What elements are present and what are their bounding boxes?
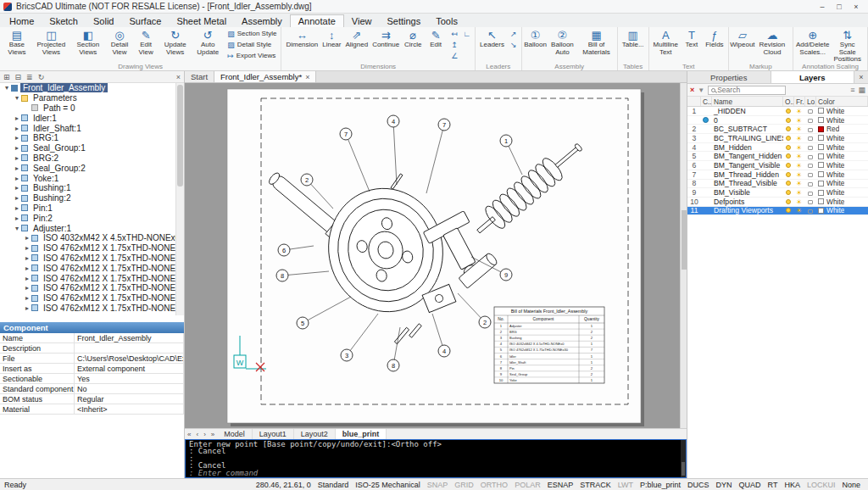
ribbon-button-text[interactable]: TText [681,28,703,49]
canvas-scrollbar[interactable] [680,83,687,428]
tree-expand-icon[interactable]: ▸ [13,214,21,222]
layer-on-icon[interactable] [783,188,794,197]
layer-color[interactable]: White [816,161,868,170]
layer-lock-icon[interactable] [805,188,816,198]
tree-item-pin-1[interactable]: ▸Pin:1 [0,203,176,214]
ribbon-button-multiline-text[interactable]: AMultiline Text [652,28,680,56]
ribbon-button-sync-scale-positions[interactable]: ⇅Sync Scale Positions [830,28,865,64]
status-toggle-rt[interactable]: RT [765,481,782,489]
property-value[interactable]: External component [75,364,184,373]
tree-item-parameters[interactable]: ▾Parameters [0,93,176,103]
tree-expand-icon[interactable]: ▸ [23,284,31,292]
layer-color[interactable]: White [816,206,868,214]
tree-item-front-idler-assembly[interactable]: ▾Front_Idler_Assembly [0,83,176,93]
menu-tab-solid[interactable]: Solid [86,15,121,27]
layer-search[interactable] [708,86,786,95]
tree-item-iso-4762xm12-x-1-75xthd-nonex30-1[interactable]: ▸ISO 4762xM12 X 1.75xTHD-NONEx30:1 [0,243,176,253]
ribbon-button-leader-align-icon[interactable]: ↘ [509,39,519,50]
layer-lock-icon[interactable] [805,115,816,125]
tree-expand-icon[interactable]: ▾ [13,225,21,232]
minimize-icon[interactable]: – [814,1,831,13]
property-value[interactable]: Front_Idler_Assembly [75,333,184,342]
layer-lock-icon[interactable] [805,106,816,115]
layer-lock-icon[interactable] [805,206,816,215]
layer-color[interactable]: White [816,143,868,152]
ribbon-button-detail-style[interactable]: ▨Detail Style [225,39,278,50]
layer-color[interactable]: White [816,198,868,206]
ribbon-button-revision-cloud[interactable]: ☁Revision Cloud [754,28,790,56]
tree-expand-icon[interactable]: ▸ [13,184,21,192]
layer-freeze-icon[interactable]: ☀ [794,188,805,197]
layer-lock-icon[interactable] [805,197,816,206]
layer-on-icon[interactable] [783,152,794,160]
layer-row-drafting-viewports[interactable]: 11Drafting Viewports☀White [687,207,868,216]
layer-color[interactable]: White [816,188,868,197]
layer-color[interactable]: White [816,179,868,187]
ribbon-button-continue[interactable]: ⇉Continue [370,28,401,49]
ribbon-button-edit-view[interactable]: ✎Edit View [134,28,158,56]
layer-row-bm-tangent-hidden[interactable]: 5BM_Tangent_Hidden☀White [687,152,868,161]
status-toggle-iso-25-mechanical[interactable]: ISO-25 Mechanical [352,481,424,489]
ribbon-button-wipeout[interactable]: ▱Wipeout [732,28,754,49]
property-value[interactable]: Regular [75,394,184,404]
ribbon-button-dim-baseline-icon[interactable]: ↤ [449,28,459,39]
tree-item-path-0[interactable]: Path = 0 [0,103,176,114]
ribbon-button-bill-of-materials[interactable]: ▦Bill of Materials [578,28,614,56]
columns-icon[interactable]: ▦ [858,86,865,94]
status-toggle-none[interactable]: None [838,481,864,489]
ribbon-button-update-views[interactable]: ↻Update Views [159,28,192,56]
status-toggle-strack[interactable]: STRACK [576,481,615,489]
layer-lock-icon[interactable] [805,152,816,161]
ribbon-button-circle[interactable]: ⌀Circle [402,28,424,49]
tree-scrollbar[interactable] [175,83,184,315]
drawing-canvas[interactable]: 7472168953842 Bill of Materials Front_Id… [185,83,680,428]
expand-all-icon[interactable]: ⊞ [3,73,10,81]
status-toggle-dyn[interactable]: DYN [713,481,736,489]
status-toggle-lockui[interactable]: LOCKUI [804,481,839,489]
tree-item-seal-group-1[interactable]: ▸Seal_Group:1 [0,143,176,153]
ribbon-button-dim-ordinate-icon[interactable]: ↥ [449,39,459,50]
command-scrollbar[interactable] [681,440,686,477]
tree-expand-icon[interactable]: ▸ [13,175,21,182]
layer-color[interactable]: White [816,170,868,179]
tree-expand-icon[interactable]: ▸ [23,244,31,252]
tree-item-bushing-1[interactable]: ▸Bushing:1 [0,183,176,193]
menu-tab-sheet-metal[interactable]: Sheet Metal [169,15,234,27]
layer-freeze-icon[interactable]: ☀ [794,161,805,170]
status-toggle-esnap[interactable]: ESNAP [544,481,577,489]
tree-expand-icon[interactable]: ▸ [23,275,31,282]
last-layout-icon[interactable]: » [209,431,217,438]
filter-icon[interactable]: ▼ [698,86,704,94]
layer-row-hidden[interactable]: 1_HIDDEN☀White [687,107,868,116]
ribbon-button-projected-views[interactable]: ◫Projected Views [32,28,70,56]
ribbon-button-auto-update[interactable]: ↺Auto Update [192,28,223,56]
status-toggle-snap[interactable]: SNAP [424,481,452,489]
tree-expand-icon[interactable]: ▸ [13,134,21,142]
layer-on-icon[interactable] [783,161,794,170]
layer-freeze-icon[interactable]: ☀ [794,198,805,206]
status-toggle-p-blue-print[interactable]: P:blue_print [637,481,684,489]
clear-filter-icon[interactable]: × [690,86,694,94]
ribbon-button-edit[interactable]: ✎Edit [425,28,447,49]
menu-tab-assembly[interactable]: Assembly [234,15,290,27]
layer-freeze-icon[interactable]: ☀ [794,134,805,142]
tree-item-iso-4762xm12-x-1-75xthd-nonex30-6[interactable]: ▸ISO 4762xM12 X 1.75xTHD-NONEx30:6 [0,293,176,303]
ribbon-button-add-delete-scales[interactable]: ⊕Add/Delete Scales... [796,28,829,56]
layer-freeze-icon[interactable]: ☀ [794,152,805,160]
status-toggle-ducs[interactable]: DUCS [684,481,713,489]
tree-item-iso-4762xm12-x-1-75xthd-nonex30-3[interactable]: ▸ISO 4762xM12 X 1.75xTHD-NONEx30:3 [0,263,176,273]
status-toggle-hka[interactable]: HKA [781,481,804,489]
tree-item-iso-4762xm12-x-1-75xthd-nonex30-7[interactable]: ▸ISO 4762xM12 X 1.75xTHD-NONEx30:7 [0,303,176,314]
layer-color[interactable]: White [816,152,868,160]
ribbon-button-dim-arc-icon[interactable]: ∟ [461,28,472,39]
layer-color[interactable]: Red [816,125,868,133]
drawing-area[interactable]: 7472168953842 Bill of Materials Front_Id… [185,83,680,428]
layer-on-icon[interactable] [783,198,794,206]
layer-on-icon[interactable] [783,116,794,125]
layer-lock-icon[interactable] [805,179,816,188]
layer-lock-icon[interactable] [805,160,816,170]
tree-expand-icon[interactable]: ▸ [23,304,31,312]
panel-tab-properties[interactable]: Properties [687,71,771,83]
tree-item-iso-4762xm12-x-1-75xthd-nonex30-5[interactable]: ▸ISO 4762xM12 X 1.75xTHD-NONEx30:5 [0,283,176,293]
tree-expand-icon[interactable]: ▸ [13,164,21,172]
